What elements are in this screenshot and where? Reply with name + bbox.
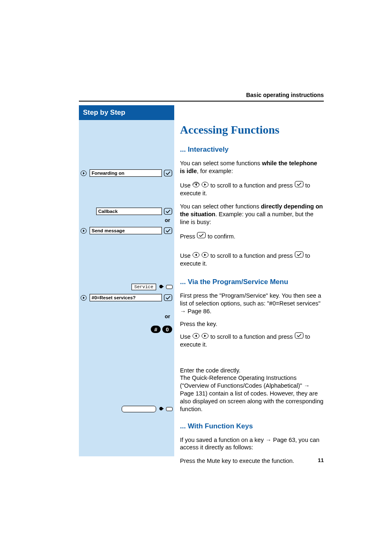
left-arrow-icon	[192, 182, 200, 190]
arrow-ref-icon: →	[304, 382, 310, 389]
right-arrow-icon	[81, 170, 88, 176]
paragraph-idle: You can select some functions while the …	[180, 160, 324, 175]
display-send-message: Send message	[90, 227, 162, 234]
check-icon	[295, 332, 304, 341]
paragraph-program-intro: First press the "Program/Service" key. Y…	[180, 292, 324, 315]
check-icon	[295, 181, 304, 190]
display-reset: #0=Reset services?	[90, 294, 162, 301]
paragraph-scroll-2: Use to scroll to a function and press to…	[180, 251, 324, 268]
header-rule	[79, 101, 324, 102]
arrow-ref-icon: →	[180, 308, 186, 314]
paragraph-mute: Press the Mute key to execute the functi…	[180, 457, 324, 465]
left-arrow-icon	[192, 252, 200, 260]
zero-key-icon: 0	[162, 325, 173, 335]
check-icon	[164, 208, 173, 215]
check-icon	[164, 169, 173, 177]
hash-key-icon: #	[150, 325, 161, 335]
display-callback: Callback	[96, 208, 162, 215]
sidebar-row-service-key: Service	[131, 283, 173, 291]
svg-text:#: #	[154, 326, 157, 333]
step-by-step-sidebar: Step by Step Forwarding on Callback or S…	[79, 105, 174, 456]
sidebar-row-function-key	[122, 405, 173, 413]
right-arrow-icon	[201, 333, 209, 341]
right-arrow-icon	[81, 295, 88, 301]
subhead-interactively: ... Interactively	[180, 146, 324, 154]
svg-text:0: 0	[166, 326, 168, 333]
svg-rect-6	[162, 286, 164, 287]
paragraph-enter-code: Enter the code directly. The Quick-Refer…	[180, 367, 324, 413]
arrow-ref-icon: →	[265, 437, 272, 443]
svg-rect-24	[295, 333, 303, 338]
display-forwarding: Forwarding on	[90, 169, 162, 177]
sidebar-row-send-message: Send message	[79, 227, 174, 234]
svg-point-5	[159, 285, 163, 288]
sidebar-or-2: or	[165, 313, 170, 319]
left-arrow-icon	[192, 333, 200, 341]
sidebar-row-callback: Callback	[79, 208, 174, 215]
sidebar-or-1: or	[165, 217, 170, 223]
svg-point-13	[159, 407, 163, 410]
led-on-icon	[159, 283, 164, 291]
check-icon	[164, 227, 173, 234]
check-icon	[164, 294, 173, 301]
subhead-function-keys: ... With Function Keys	[180, 422, 324, 430]
right-arrow-icon	[81, 228, 88, 234]
sidebar-row-hash-zero: # 0	[150, 325, 173, 335]
key-icon	[166, 285, 173, 289]
svg-rect-8	[164, 295, 172, 301]
sidebar-row-forwarding: Forwarding on	[79, 169, 174, 177]
check-icon	[295, 251, 304, 260]
sidebar-title: Step by Step	[79, 105, 174, 120]
paragraph-scroll-1: Use to scroll to a function and press to…	[180, 181, 324, 197]
check-icon	[197, 232, 206, 240]
page-title: Accessing Functions	[180, 123, 324, 136]
svg-rect-1	[164, 170, 172, 176]
paragraph-fkeys: If you saved a function on a key → Page …	[180, 436, 324, 452]
paragraph-depending: You can select other functions directly …	[180, 203, 324, 226]
paragraph-press-confirm: Press to confirm.	[180, 232, 324, 240]
svg-rect-14	[162, 408, 164, 409]
right-arrow-icon	[201, 182, 209, 190]
right-arrow-icon	[201, 252, 209, 260]
key-icon	[166, 407, 173, 411]
paragraph-press-key: Press the key.	[180, 320, 324, 328]
svg-rect-21	[295, 252, 303, 257]
svg-rect-4	[164, 228, 172, 234]
sidebar-row-reset: #0=Reset services?	[79, 294, 174, 301]
function-key-icon	[122, 406, 156, 412]
led-on-icon	[159, 405, 164, 413]
svg-rect-18	[197, 232, 205, 238]
svg-rect-2	[164, 208, 172, 215]
page-number: 11	[318, 457, 324, 463]
svg-rect-17	[295, 181, 303, 187]
main-content: Accessing Functions ... Interactively Yo…	[180, 105, 324, 465]
subhead-program: ... Via the Program/Service Menu	[180, 278, 324, 286]
paragraph-scroll-3: Use to scroll to a function and press to…	[180, 332, 324, 349]
header-section-title: Basic operating instructions	[246, 92, 324, 98]
display-service: Service	[131, 284, 156, 290]
